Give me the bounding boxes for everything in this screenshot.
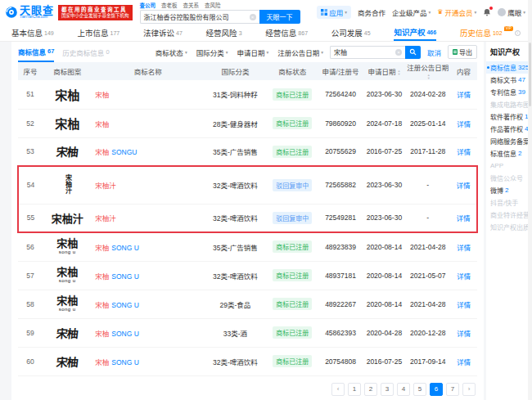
cell-pub-date: 2017-11-28 <box>405 137 450 166</box>
nav-tab-5[interactable]: 经营信息867 <box>265 25 308 41</box>
page-button-7[interactable]: 7 <box>446 383 459 396</box>
sidebar-item-1[interactable]: 商标信息325 <box>486 61 532 74</box>
chevron-down-icon: ▾ <box>345 10 347 15</box>
sidebar-item-count: 39 <box>518 88 525 96</box>
scrollbar[interactable] <box>528 0 532 400</box>
sidebar-item-7[interactable]: 网络服务备案8 <box>486 135 532 147</box>
filter-dropdown-2[interactable]: 国际分类▾ <box>196 47 228 57</box>
subtab-2[interactable]: 历史商标信息0 <box>62 42 109 62</box>
detail-link[interactable]: 详情 <box>457 272 471 281</box>
filter-label: 申请日期 <box>237 47 264 57</box>
top-menu-item-4[interactable]: ♛开通会员▾ <box>437 7 476 17</box>
trademark-image: 宋柚song u <box>56 238 78 254</box>
chevron-down-icon: ▾ <box>429 10 431 15</box>
search-tab-2[interactable]: 查老板 <box>161 1 178 9</box>
top-menu-item-3[interactable]: 企业级产品▾ <box>392 7 431 17</box>
page-button-2[interactable]: 2 <box>364 383 377 396</box>
table-row-60: 60宋柚宋柚SONG U32类-啤酒饮料商标已注册207548082016-07… <box>18 347 477 375</box>
page-next-button[interactable]: › <box>462 383 476 396</box>
trademark-name-en: SONGU <box>111 148 137 156</box>
top-menu-item-1[interactable]: 应用▾ <box>317 6 351 19</box>
detail-link[interactable]: 详情 <box>457 120 471 128</box>
page-body: 商标信息67历史商标信息0 商标状态▾国际分类▾申请日期▾注册公告日期▾ 宋柚 … <box>0 42 532 400</box>
cell-detail: 详情 <box>450 232 477 261</box>
filter-search-input[interactable]: 宋柚 × <box>330 46 405 59</box>
page-button-1[interactable]: 1 <box>348 383 361 396</box>
sidebar-item-5[interactable]: 软件著作权1 <box>486 110 532 123</box>
detail-link[interactable]: 详情 <box>457 91 471 99</box>
tianyancha-logo[interactable]: 天眼查 TianYanCha.com <box>5 5 54 20</box>
page-prev-button[interactable]: ‹ <box>331 383 345 396</box>
nav-tab-4[interactable]: 经营风险3 <box>206 25 242 41</box>
sidebar-item-label: 知识产权出质 <box>490 222 530 231</box>
cell-intl-class: 33类-酒 <box>204 318 267 347</box>
subtab-1[interactable]: 商标信息67 <box>18 42 54 62</box>
cell-mark: 宋柚 <box>43 80 92 109</box>
cell-intl-class: 32类-啤酒饮料 <box>204 347 267 375</box>
nav-tab-7[interactable]: 知识产权466 <box>394 25 436 41</box>
detail-link[interactable]: 详情 <box>457 301 471 309</box>
page-button-6[interactable]: 6 <box>430 383 443 396</box>
search-tab-1[interactable]: 查公司 <box>140 1 156 9</box>
page-button-3[interactable]: 3 <box>381 383 394 396</box>
tianyan-search-button[interactable]: 天眼一下 <box>259 10 300 24</box>
search-tab-3[interactable]: 查关系 <box>183 1 200 9</box>
detail-link[interactable]: 详情 <box>457 244 471 252</box>
nav-tab-label: 基本信息 <box>11 27 43 38</box>
detail-link[interactable]: 详情 <box>457 358 471 366</box>
cell-no: 57 <box>18 261 43 290</box>
nav-tab-label: 历史信息 <box>460 27 491 38</box>
cell-pub-date: - <box>405 166 450 204</box>
cell-name: 宋柚SONG U <box>92 261 204 290</box>
trademark-name-cn: 宋柚 <box>95 148 109 156</box>
top-menu-item-5[interactable] <box>483 8 491 16</box>
nav-tab-8[interactable]: 历史信息102VIPi <box>460 25 521 41</box>
col-header-8[interactable]: 注册公告日期▲▼ <box>405 62 450 80</box>
trademark-name-cn: 宋柚 <box>95 330 109 338</box>
company-search-input[interactable]: 浙江柚香谷控股股份有限公司 × <box>140 10 259 24</box>
detail-link[interactable]: 详情 <box>457 182 471 190</box>
search-area: 查公司查老板查关系查风险 浙江柚香谷控股股份有限公司 × 天眼一下 <box>140 1 300 24</box>
sidebar-item-3[interactable]: 专利信息39 <box>486 86 532 98</box>
nav-tab-2[interactable]: 上市信息177 <box>78 25 120 41</box>
sidebar-item-8[interactable]: 标准信息2 <box>486 147 532 160</box>
sort-icon[interactable]: ▲▼ <box>397 70 400 76</box>
cancel-button[interactable]: 取消 <box>427 47 441 57</box>
notification-dot <box>489 7 493 10</box>
nav-tab-6[interactable]: 公司发展45 <box>331 25 371 41</box>
top-menu-item-2[interactable]: 商务合作 <box>358 7 385 17</box>
detail-link[interactable]: 详情 <box>457 148 471 156</box>
page-button-4[interactable]: 4 <box>397 383 410 396</box>
page-button-5[interactable]: 5 <box>413 383 426 396</box>
filter-dropdown-3[interactable]: 申请日期▾ <box>237 47 268 57</box>
nav-tab-3[interactable]: 法律诉讼47 <box>143 25 183 41</box>
cell-reg-no: 72565882 <box>318 166 363 204</box>
sidebar-item-11[interactable]: 微博2 <box>486 184 532 196</box>
sidebar-item-2[interactable]: 商标文书47 <box>486 74 532 86</box>
filter-search-button[interactable] <box>405 46 421 59</box>
clear-icon[interactable]: × <box>250 14 256 20</box>
trademark-image: 宋柚song u <box>56 267 78 283</box>
filter-dropdown-1[interactable]: 商标状态▾ <box>156 47 187 57</box>
search-tab-4[interactable]: 查风险 <box>205 1 221 9</box>
sidebar-title: 知识产权 <box>486 46 532 61</box>
filter-dropdown-4[interactable]: 注册公告日期▾ <box>277 47 323 57</box>
cell-mark: 宋柚 <box>43 109 92 137</box>
search-icon <box>409 48 417 56</box>
nav-tab-1[interactable]: 基本信息149 <box>11 25 54 41</box>
cell-status: 商标已注册 <box>267 318 318 347</box>
cell-detail: 详情 <box>450 80 477 109</box>
scrollbar-thumb[interactable] <box>529 43 531 106</box>
cell-detail: 详情 <box>450 166 477 204</box>
detail-link[interactable]: 详情 <box>457 330 471 338</box>
sidebar-item-6[interactable]: 作品著作权42 <box>486 123 532 135</box>
cell-no: 53 <box>18 137 43 166</box>
sort-icon[interactable]: ▲▼ <box>427 74 431 80</box>
top-menu-item-6[interactable]: 鹰眼▾ <box>498 7 525 17</box>
detail-link[interactable]: 详情 <box>457 214 471 222</box>
export-button[interactable]: 导出 <box>448 45 477 59</box>
cell-apply-date: 2016-07-25 <box>363 137 405 166</box>
notification-bell-icon[interactable] <box>483 8 491 16</box>
filter-clear-icon[interactable]: × <box>395 49 402 56</box>
col-header-7[interactable]: 申请日期▲▼ <box>363 62 405 80</box>
